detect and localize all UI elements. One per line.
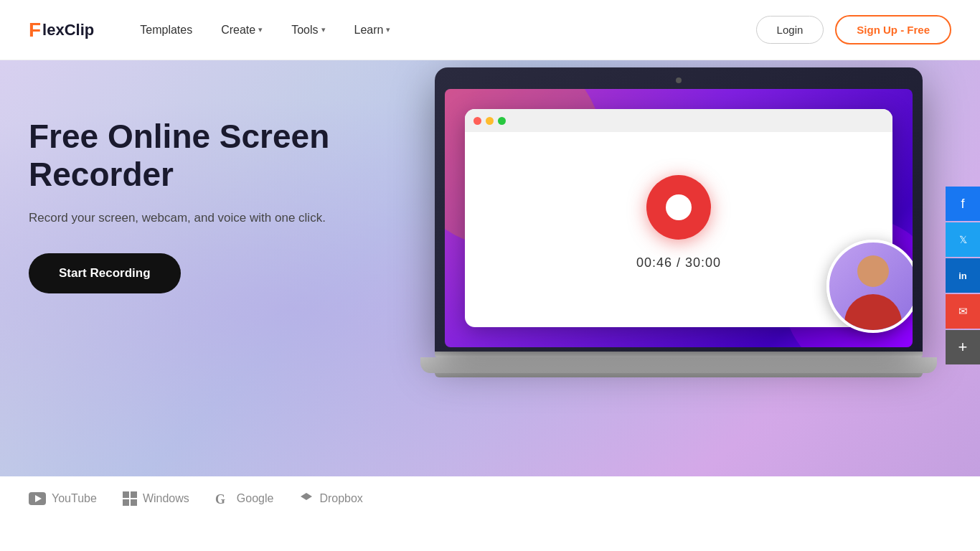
laptop: 00:46 / 30:00 xyxy=(406,67,951,377)
svg-marker-7 xyxy=(301,493,312,504)
laptop-base xyxy=(420,357,937,373)
laptop-foot xyxy=(435,373,923,377)
navbar: F lexClip Templates Create ▾ Tools ▾ Lea… xyxy=(0,0,980,60)
logo-icon: F xyxy=(29,19,41,42)
hero-title: Free Online Screen Recorder xyxy=(29,118,344,194)
window-titlebar xyxy=(465,109,892,132)
laptop-base-wrap xyxy=(420,352,937,377)
trust-windows: Windows xyxy=(123,491,189,506)
maximize-dot xyxy=(498,117,506,125)
facebook-icon: f xyxy=(961,197,964,212)
chevron-down-icon: ▾ xyxy=(321,25,326,34)
webcam-dot xyxy=(676,77,682,83)
record-inner xyxy=(666,194,692,220)
twitter-share-button[interactable]: 𝕏 xyxy=(946,222,980,257)
svg-rect-3 xyxy=(131,491,137,498)
svg-rect-2 xyxy=(123,491,129,498)
nav-templates[interactable]: Templates xyxy=(128,18,204,42)
svg-text:G: G xyxy=(215,492,225,507)
logo[interactable]: F lexClip xyxy=(29,19,94,42)
more-share-button[interactable]: + xyxy=(946,330,980,364)
minimize-dot xyxy=(486,117,494,125)
linkedin-icon: in xyxy=(958,270,967,281)
laptop-screen-inner: 00:46 / 30:00 xyxy=(445,89,913,347)
trust-dropbox: Dropbox xyxy=(299,491,362,506)
nav-learn[interactable]: Learn ▾ xyxy=(343,18,402,42)
trust-google: G Google xyxy=(215,491,274,507)
trust-bar: YouTube Windows G Google Dropbox xyxy=(0,476,980,521)
windows-icon xyxy=(123,491,137,506)
login-button[interactable]: Login xyxy=(756,16,824,44)
twitter-icon: 𝕏 xyxy=(959,234,967,245)
facebook-share-button[interactable]: f xyxy=(946,187,980,221)
start-recording-button[interactable]: Start Recording xyxy=(29,253,181,293)
trust-youtube: YouTube xyxy=(29,492,97,505)
person-body xyxy=(844,294,902,333)
social-sidebar: f 𝕏 in ✉ + xyxy=(946,187,980,364)
dropbox-icon xyxy=(299,491,314,506)
record-timer: 00:46 / 30:00 xyxy=(636,255,721,270)
close-dot xyxy=(473,117,481,125)
laptop-illustration: 00:46 / 30:00 xyxy=(406,67,951,377)
signup-button[interactable]: Sign Up - Free xyxy=(835,15,951,44)
youtube-icon xyxy=(29,492,46,505)
email-share-button[interactable]: ✉ xyxy=(946,294,980,329)
chevron-down-icon: ▾ xyxy=(258,25,263,34)
linkedin-share-button[interactable]: in xyxy=(946,258,980,293)
nav-create[interactable]: Create ▾ xyxy=(209,18,274,42)
laptop-hinge xyxy=(435,352,923,357)
nav-right: Login Sign Up - Free xyxy=(756,15,951,44)
mail-icon: ✉ xyxy=(958,305,968,318)
svg-rect-4 xyxy=(123,499,129,506)
google-icon: G xyxy=(215,491,231,507)
chevron-down-icon: ▾ xyxy=(386,25,390,34)
plus-icon: + xyxy=(958,338,968,357)
person-head xyxy=(857,255,889,287)
nav-tools[interactable]: Tools ▾ xyxy=(280,18,336,42)
laptop-screen-outer: 00:46 / 30:00 xyxy=(435,67,923,352)
nav-links: Templates Create ▾ Tools ▾ Learn ▾ xyxy=(128,18,755,42)
record-button-icon xyxy=(646,175,711,240)
svg-rect-5 xyxy=(131,499,137,506)
hero-section: Free Online Screen Recorder Record your … xyxy=(0,60,980,476)
hero-content: Free Online Screen Recorder Record your … xyxy=(29,118,344,293)
logo-text: lexClip xyxy=(42,21,94,39)
webcam-bubble xyxy=(826,240,913,333)
hero-subtitle: Record your screen, webcam, and voice wi… xyxy=(29,208,344,227)
